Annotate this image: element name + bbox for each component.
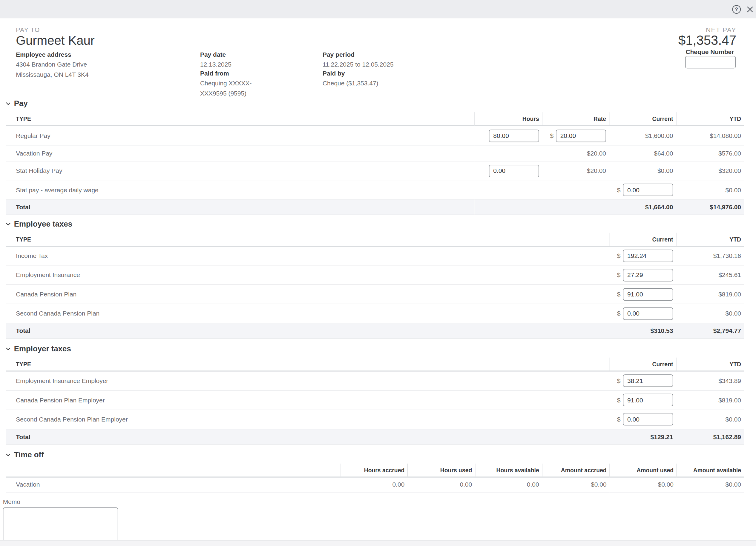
employee-taxes-total-row: Total $310.53 $2,794.77 — [6, 323, 744, 338]
pay-ytd: $320.00 — [676, 161, 744, 181]
pay-ytd: $14,080.00 — [676, 126, 744, 145]
table-row: Stat pay - average daily wage $ $0.00 — [6, 181, 744, 199]
timeoff-col-hours-used: Hours used — [407, 463, 475, 477]
timeoff-col-amount-accrued: Amount accrued — [542, 463, 609, 477]
regular-pay-hours-input[interactable] — [489, 130, 539, 142]
pay-hours — [474, 181, 542, 199]
time-off-table: Hours accrued Hours used Hours available… — [6, 463, 744, 492]
chevron-down-icon[interactable] — [6, 453, 10, 456]
pay-section-title: Pay — [14, 99, 28, 108]
table-row: Regular Pay $ $1,600.00 $14,080.00 — [6, 126, 744, 145]
cheque-number-label: Cheque Number — [686, 48, 734, 55]
tax-type: Canada Pension Plan Employer — [6, 390, 609, 410]
dollar-prefix: $ — [617, 377, 621, 384]
chevron-down-icon[interactable] — [6, 223, 10, 226]
canada-pension-plan-employer-input[interactable] — [623, 394, 673, 406]
total-label: Total — [6, 199, 474, 215]
address-line-2: Mississauga, ON L4T 3K4 — [16, 71, 88, 78]
tax-total-ytd: $2,794.77 — [676, 323, 744, 338]
dollar-prefix: $ — [617, 290, 621, 297]
regular-pay-rate-input[interactable] — [556, 130, 606, 142]
table-row: Vacation 0.00 0.00 0.00 $0.00 $0.00 $0.0… — [6, 477, 744, 492]
pay-header-row: TYPE Hours Rate Current YTD — [6, 112, 744, 126]
section-employee-taxes: Employee taxes — [6, 220, 756, 228]
pay-total-ytd: $14,976.00 — [676, 199, 744, 215]
tax-type: Second Canada Pension Plan Employer — [6, 409, 609, 429]
employment-insurance-input[interactable] — [623, 269, 673, 281]
employment-insurance-employer-input[interactable] — [623, 375, 673, 387]
er-tax-col-type: TYPE — [6, 357, 609, 371]
dollar-prefix: $ — [550, 132, 553, 139]
pay-type: Stat Holiday Pay — [6, 161, 474, 181]
emp-tax-col-current: Current — [609, 232, 676, 246]
time-off-section-title: Time off — [14, 450, 44, 459]
dollar-prefix: $ — [617, 415, 621, 423]
er-tax-col-current: Current — [609, 357, 676, 371]
dollar-prefix: $ — [617, 272, 621, 278]
table-row: Second Canada Pension Plan Employer $ $0… — [6, 409, 744, 429]
pay-to-label: PAY TO — [16, 26, 40, 33]
pay-total-row: Total $1,664.00 $14,976.00 — [6, 199, 744, 215]
stat-pay-average-input[interactable] — [623, 184, 673, 196]
pay-rate — [542, 181, 609, 199]
tax-total-current: $310.53 — [609, 323, 676, 338]
pay-period-label: Pay period — [323, 51, 355, 58]
employer-taxes-table: TYPE Current YTD Employment Insurance Em… — [6, 357, 744, 444]
timeoff-col-hours-accrued: Hours accrued — [340, 463, 407, 477]
pay-col-ytd: YTD — [676, 112, 744, 126]
paid-by-label: Paid by — [323, 70, 345, 77]
tax-type: Employment Insurance — [6, 266, 609, 285]
timeoff-amount-accrued: $0.00 — [542, 477, 609, 492]
cheque-number-input[interactable] — [685, 56, 736, 68]
emp-tax-col-ytd: YTD — [676, 232, 744, 246]
tax-ytd: $819.00 — [676, 390, 744, 410]
table-row: Canada Pension Plan Employer $ $819.00 — [6, 390, 744, 410]
table-row: Vacation Pay $20.00 $64.00 $576.00 — [6, 145, 744, 161]
dollar-prefix: $ — [617, 186, 621, 194]
close-icon[interactable] — [746, 0, 754, 18]
timeoff-hours-used: 0.00 — [407, 477, 475, 492]
tax-type: Income Tax — [6, 246, 609, 266]
employee-address-label: Employee address — [16, 51, 71, 58]
timeoff-col-hours-available: Hours available — [475, 463, 542, 477]
section-pay: Pay — [6, 99, 756, 108]
net-pay-amount: $1,353.47 — [678, 33, 736, 48]
section-time-off: Time off — [6, 450, 756, 459]
timeoff-hours-available: 0.00 — [475, 477, 542, 492]
timeoff-hours-accrued: 0.00 — [340, 477, 407, 492]
employee-taxes-header-row: TYPE Current YTD — [6, 232, 744, 246]
income-tax-input[interactable] — [623, 250, 673, 262]
paid-by-value: Cheque ($1,353.47) — [323, 79, 378, 87]
table-row: Income Tax $ $1,730.16 — [6, 246, 744, 266]
tax-ytd: $1,730.16 — [676, 246, 744, 266]
pay-period-value: 11.22.2025 to 12.05.2025 — [323, 61, 394, 68]
table-row: Second Canada Pension Plan $ $0.00 — [6, 304, 744, 323]
pay-type: Regular Pay — [6, 126, 474, 145]
canada-pension-plan-input[interactable] — [623, 288, 673, 300]
pay-current: $1,600.00 — [609, 126, 676, 145]
second-canada-pension-plan-employer-input[interactable] — [623, 413, 673, 425]
total-label: Total — [6, 323, 609, 338]
timeoff-amount-used: $0.00 — [609, 477, 676, 492]
help-icon[interactable]: ? — [732, 0, 741, 18]
memo-label: Memo — [3, 498, 756, 505]
timeoff-col-amount-used: Amount used — [609, 463, 676, 477]
pay-ytd: $576.00 — [676, 145, 744, 161]
pay-table: TYPE Hours Rate Current YTD Regular Pay … — [6, 112, 744, 215]
tax-total-current: $129.21 — [609, 429, 676, 444]
dollar-prefix: $ — [617, 252, 621, 260]
footer-strip — [0, 540, 756, 546]
table-row: Stat Holiday Pay $20.00 $0.00 $320.00 — [6, 161, 744, 181]
second-canada-pension-plan-input[interactable] — [623, 307, 673, 320]
pay-hours — [474, 145, 542, 161]
chevron-down-icon[interactable] — [6, 347, 10, 350]
tax-ytd: $343.89 — [676, 371, 744, 390]
tax-type: Canada Pension Plan — [6, 284, 609, 304]
pay-col-current: Current — [609, 112, 676, 126]
pay-type: Stat pay - average daily wage — [6, 181, 474, 199]
paid-from-line-1: Chequing XXXXX- — [200, 79, 252, 87]
stat-holiday-hours-input[interactable] — [489, 165, 539, 177]
chevron-down-icon[interactable] — [6, 102, 10, 105]
paycheque-editor: ? PAY TO Gurmeet Kaur Employee address 4… — [0, 0, 756, 546]
pay-date-label: Pay date — [200, 51, 226, 58]
